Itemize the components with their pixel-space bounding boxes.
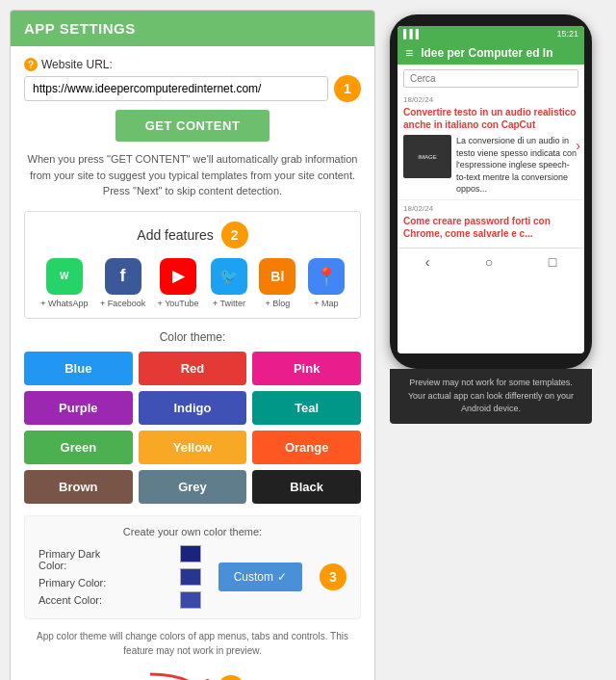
blog-label: + Blog	[265, 299, 290, 308]
add-features-title: Add features	[137, 227, 213, 243]
color-green[interactable]: Green	[24, 431, 133, 464]
right-panel: ▌▌▌ 15:21 ≡ Idee per Computer ed In 18/0…	[375, 10, 606, 680]
step1-badge: 1	[334, 75, 361, 102]
primary-dark-row: Primary DarkColor:	[38, 548, 170, 571]
url-label-row: ? Website URL:	[24, 58, 361, 71]
app-title: APP SETTINGS	[24, 20, 136, 37]
checkmark-icon: ✓	[277, 570, 287, 584]
facebook-label: + Facebook	[100, 299, 145, 308]
custom-button[interactable]: Custom ✓	[218, 562, 302, 591]
primary-color-row: Primary Color:	[38, 577, 170, 588]
phone-device: ▌▌▌ 15:21 ≡ Idee per Computer ed In 18/0…	[390, 14, 592, 369]
feature-twitter[interactable]: 🐦 + Twitter	[211, 258, 247, 308]
phone-statusbar: ▌▌▌ 15:21	[398, 26, 584, 41]
article1-thumb: IMAGE	[403, 135, 451, 178]
color-pink[interactable]: Pink	[252, 352, 361, 385]
signal-icon: ▌▌▌	[403, 29, 422, 39]
youtube-icon: ▶	[160, 258, 196, 295]
whatsapp-label: + WhatsApp	[40, 299, 88, 308]
chevron-right-icon: ›	[576, 138, 580, 153]
color-blue[interactable]: Blue	[24, 352, 133, 385]
facebook-icon: f	[105, 258, 141, 295]
red-arrow-icon	[141, 669, 218, 681]
get-content-button[interactable]: GET CONTENT	[116, 110, 270, 142]
hamburger-icon[interactable]: ≡	[405, 46, 413, 60]
color-orange[interactable]: Orange	[252, 431, 361, 464]
feature-whatsapp[interactable]: W + WhatsApp	[40, 258, 88, 308]
phone-article2: 18/02/24 Come creare password forti con …	[398, 200, 584, 248]
preview-note: Preview may not work for some templates.…	[390, 369, 592, 424]
color-label-col: Primary DarkColor: Primary Color: Accent…	[38, 548, 170, 606]
feature-blog[interactable]: Bl + Blog	[259, 258, 295, 308]
article2-date: 18/02/24	[403, 204, 578, 213]
map-label: + Map	[314, 299, 338, 308]
twitter-icon: 🐦	[211, 258, 247, 295]
article1-title[interactable]: Convertire testo in un audio realistico …	[403, 106, 578, 131]
url-input[interactable]	[24, 76, 328, 101]
youtube-label: + YouTube	[158, 299, 199, 308]
phone-screen: ▌▌▌ 15:21 ≡ Idee per Computer ed In 18/0…	[398, 26, 584, 353]
phone-back-icon[interactable]: ‹	[425, 254, 430, 270]
feature-icons-row: W + WhatsApp f + Facebook ▶ + YouTube 🐦 …	[35, 258, 350, 308]
color-theme-label: Color theme:	[24, 330, 361, 344]
phone-home-icon[interactable]: ○	[485, 254, 493, 270]
next-btn-wrapper: 5 NEXT	[24, 669, 361, 681]
url-label: Website URL:	[41, 58, 113, 71]
color-red[interactable]: Red	[139, 352, 247, 385]
panel-header: APP SETTINGS	[11, 11, 374, 46]
blog-icon: Bl	[259, 258, 295, 295]
primary-dark-swatch[interactable]	[180, 545, 201, 562]
left-panel: APP SETTINGS ? Website URL: 1 GET CONTEN…	[10, 10, 375, 680]
color-yellow[interactable]: Yellow	[139, 431, 247, 464]
color-teal[interactable]: Teal	[252, 391, 361, 425]
accent-color-label: Accent Color:	[38, 594, 102, 606]
hint-text: When you press "GET CONTENT" we'll autom…	[24, 151, 361, 199]
phone-nav-bar: ‹ ○ □	[398, 248, 584, 275]
map-icon: 📍	[308, 258, 345, 295]
custom-btn-label: Custom	[234, 570, 273, 584]
color-brown[interactable]: Brown	[24, 470, 133, 504]
step5-badge: 5	[218, 675, 244, 681]
color-black[interactable]: Black	[252, 470, 361, 504]
step2-badge: 2	[221, 222, 248, 248]
accent-color-row: Accent Color:	[38, 594, 170, 606]
primary-swatch[interactable]	[180, 568, 201, 586]
whatsapp-icon: W	[46, 258, 83, 295]
phone-app-title: Idee per Computer ed In	[421, 46, 552, 60]
create-own-label: Create your own color theme:	[38, 526, 346, 537]
custom-color-row: Primary DarkColor: Primary Color: Accent…	[38, 545, 346, 609]
feature-youtube[interactable]: ▶ + YouTube	[158, 258, 199, 308]
color-note: App color theme will change colors of ap…	[24, 629, 361, 658]
help-icon: ?	[24, 58, 38, 71]
custom-color-section: Create your own color theme: Primary Dar…	[24, 515, 361, 619]
panel-body: ? Website URL: 1 GET CONTENT When you pr…	[11, 46, 374, 680]
article1-snippet: La conversione di un audio in testo vien…	[456, 135, 578, 196]
add-features-header: Add features 2	[35, 222, 350, 248]
phone-search-input[interactable]	[403, 69, 578, 88]
twitter-label: + Twitter	[213, 299, 245, 308]
article1-date: 18/02/24	[403, 95, 578, 104]
accent-swatch[interactable]	[180, 591, 201, 609]
step3-badge: 3	[320, 563, 346, 590]
primary-dark-label: Primary DarkColor:	[38, 548, 100, 571]
article2-title[interactable]: Come creare password forti con Chrome, c…	[403, 215, 578, 240]
phone-article1: 18/02/24 Convertire testo in un audio re…	[398, 92, 584, 200]
url-row: 1	[24, 75, 361, 102]
primary-color-label: Primary Color:	[38, 577, 106, 588]
color-purple[interactable]: Purple	[24, 391, 133, 425]
feature-facebook[interactable]: f + Facebook	[100, 258, 145, 308]
status-time: 15:21	[556, 29, 578, 39]
color-indigo[interactable]: Indigo	[139, 391, 247, 425]
add-features-box: Add features 2 W + WhatsApp f + Facebook…	[24, 211, 361, 319]
feature-map[interactable]: 📍 + Map	[308, 258, 345, 308]
phone-search-bar	[398, 65, 584, 92]
color-swatches	[180, 545, 201, 609]
color-grid: Blue Red Pink Purple Indigo Teal Green Y…	[24, 352, 361, 504]
article1-body: IMAGE La conversione di un audio in test…	[403, 135, 578, 196]
phone-topbar: ≡ Idee per Computer ed In	[398, 41, 584, 65]
phone-recents-icon[interactable]: □	[549, 254, 556, 270]
color-grey[interactable]: Grey	[139, 470, 247, 504]
